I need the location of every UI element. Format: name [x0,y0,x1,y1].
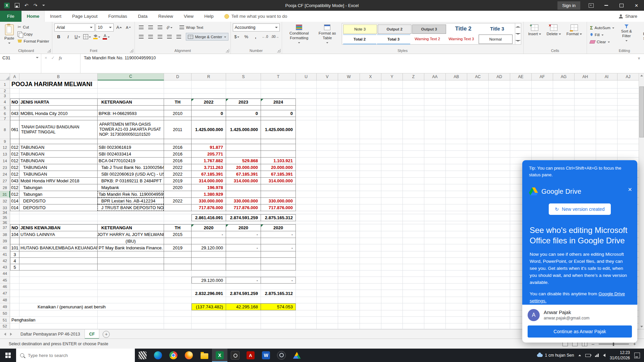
cell-AC33[interactable] [467,204,489,211]
row-header-12[interactable]: 12 [0,144,10,151]
cell-W2[interactable] [338,88,360,94]
cell-W41[interactable] [338,251,360,258]
cell-AG1[interactable] [553,80,575,88]
cell-Z43[interactable] [403,264,424,270]
cell-AC44[interactable] [467,270,489,277]
cell-T4[interactable]: 2024 [261,99,296,106]
cell-X27[interactable] [360,178,381,184]
cell-W31[interactable] [338,191,360,198]
row-header-36[interactable]: 36 [0,221,10,224]
cell-AA27[interactable] [424,178,446,184]
cell-T3[interactable] [261,94,296,99]
search-input[interactable] [27,353,131,358]
cell-D39[interactable] [164,238,192,244]
cell-Y46[interactable] [381,284,403,290]
cell-AG5[interactable] [553,106,575,110]
cell-AB34[interactable] [446,211,467,214]
cell-C34[interactable] [98,211,164,214]
font-family-select[interactable]: Arial [54,23,95,32]
cell-X38[interactable] [360,231,381,238]
cell-X49[interactable] [360,303,381,310]
cell-V44[interactable] [317,270,338,277]
cell-R1[interactable] [192,80,226,88]
cell-AA34[interactable] [424,211,446,214]
cell-T51[interactable] [261,317,296,323]
cell-T24[interactable]: 67.185.391 [261,171,296,178]
cell-AA51[interactable] [424,317,446,323]
cell-AE3[interactable] [510,94,532,99]
undo-icon[interactable]: ↶ [24,3,29,8]
cell-AA52[interactable] [424,323,446,329]
cell-V40[interactable] [317,244,338,251]
sort-filter-button[interactable]: Sort & Filter [615,23,638,43]
cell-AB5[interactable] [446,106,467,110]
cell-AH3[interactable] [575,94,596,99]
cell-AB38[interactable] [446,231,467,238]
cell-B38[interactable]: UTANG LAINNYA [19,231,98,238]
row-header-37[interactable]: 37 [0,224,10,231]
cell-Z42[interactable] [403,258,424,264]
cell-A45[interactable] [10,277,19,284]
vertical-scrollbar[interactable] [639,73,644,329]
cell-Z6[interactable] [403,110,424,117]
cell-Y38[interactable] [381,231,403,238]
sheet-tab-cf[interactable]: CF [85,329,100,339]
clipboard-dialog-launcher[interactable] [47,49,51,52]
cell-A44[interactable] [10,270,19,277]
cell-U9[interactable] [296,139,317,144]
wrap-text-button[interactable]: Wrap Text [178,24,205,31]
cell-W4[interactable] [338,99,360,106]
cell-C2[interactable] [98,88,164,94]
cell-S23[interactable]: 20.000.000 [226,164,261,171]
cell-U1[interactable] [296,80,317,88]
cell-AD28[interactable] [489,184,510,191]
sheet-tab-daftar-pembayaran-pp-46-2013[interactable]: Daftar Pembayaran PP 46-2013 [16,329,85,339]
cell-R23[interactable]: 3.711.263 [192,164,226,171]
cell-D8[interactable]: 2011 [164,120,192,139]
cell-X39[interactable] [360,238,381,244]
cell-Z34[interactable] [403,211,424,214]
cell-B44[interactable] [19,270,98,277]
cell-AD5[interactable] [489,106,510,110]
cell-R40[interactable]: 29.120.000 [192,244,226,251]
cell-D51[interactable] [164,317,192,323]
column-header-AI[interactable]: AI [596,73,618,80]
cell-AB41[interactable] [446,251,467,258]
cell-D31[interactable] [164,191,192,198]
cell-V39[interactable] [317,238,338,244]
cell-AC36[interactable] [467,221,489,224]
cell-C14[interactable]: BCA 04770102419 [98,158,164,164]
cut-button[interactable]: ✂Cut [16,24,50,30]
cell-AA38[interactable] [424,231,446,238]
cell-D2[interactable] [164,88,192,94]
insert-function-icon[interactable]: fx [59,55,62,61]
cell-S32[interactable]: 330.000.000 [226,198,261,204]
column-header-U[interactable]: U [296,73,317,80]
cell-X13[interactable] [360,151,381,158]
cell-AG12[interactable] [553,144,575,151]
cell-Z13[interactable] [403,151,424,158]
cell-X8[interactable] [360,120,381,139]
cell-C31[interactable]: Tab Mandiri Rek No. 1190004959910 [98,191,164,198]
cell-V1[interactable] [317,80,338,88]
cell-AH6[interactable] [575,110,596,117]
cell-AI5[interactable] [596,106,618,110]
cell-R7[interactable] [192,117,226,120]
cell-U34[interactable] [296,211,317,214]
edge-taskbar-button[interactable] [150,349,166,362]
column-header-AE[interactable]: AE [510,73,532,80]
cell-Z31[interactable] [403,191,424,198]
cell-AA6[interactable] [424,110,446,117]
cell-V6[interactable] [317,110,338,117]
cell-D1[interactable] [164,80,192,88]
column-header-X[interactable]: X [360,73,381,80]
cell-T50[interactable] [261,310,296,317]
cell-X44[interactable] [360,270,381,277]
photos-taskbar-button[interactable] [135,349,150,362]
cell-Y12[interactable] [381,144,403,151]
cell-S49[interactable]: 42.295.168 [226,303,261,310]
cell-Y2[interactable] [381,88,403,94]
style-chip-output-2[interactable]: Output 2 [378,24,412,34]
cell-AC13[interactable] [467,151,489,158]
cell-AG7[interactable] [553,117,575,120]
